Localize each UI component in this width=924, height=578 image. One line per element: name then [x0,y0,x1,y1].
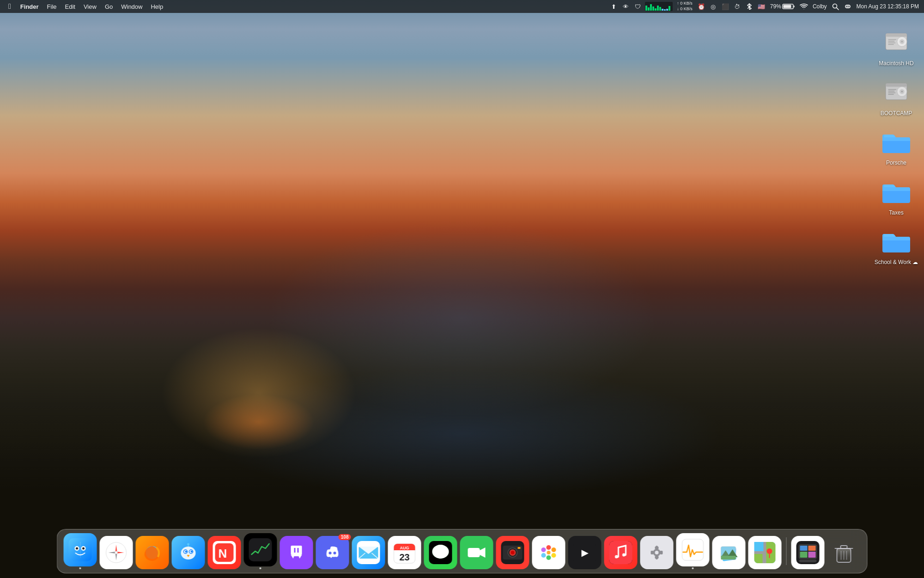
dock-system-prefs[interactable] [640,536,674,569]
dock-apple-tv[interactable]: ▶ [568,536,602,569]
dock: N 108 [57,529,868,573]
dock-facetime[interactable] [460,536,493,569]
dock-preview[interactable] [712,536,746,569]
svg-rect-17 [886,83,907,86]
menu-view[interactable]: View [80,1,100,12]
dock-calendar[interactable]: AUG 23 [388,536,421,569]
dock-photo-booth[interactable] [496,536,529,569]
svg-point-85 [552,553,556,558]
dock-separator [786,537,787,565]
svg-point-88 [541,547,546,552]
school-work-label: School & Work ☁ [875,259,918,266]
svg-point-37 [115,551,118,554]
svg-point-71 [432,545,449,559]
accessibility-icon[interactable]: 👁 [621,2,630,11]
menu-help[interactable]: Help [147,1,167,12]
menubar-left:  Finder File Edit View Go Window Help [4,1,609,12]
time-machine-icon[interactable]: ⏰ [697,2,706,11]
spotlight-icon[interactable] [831,2,840,11]
svg-rect-94 [609,541,632,564]
dock-discord[interactable]: 108 [316,536,349,569]
dock-finder-dot [79,567,81,569]
dock-activity-monitor-dot [692,567,694,569]
dock-stocks-dot [260,567,261,569]
screen-record-icon[interactable]: ⬛ [721,2,730,11]
svg-point-28 [76,547,78,550]
apple-menu[interactable]:  [4,1,16,12]
svg-point-83 [547,545,551,550]
svg-rect-74 [468,548,480,557]
svg-point-57 [329,552,332,554]
dock-music[interactable] [604,536,638,569]
menubar-right: ⬆ 👁 🛡 ↑ 0 KB/s ↓ 0 KB/s ⏰ [609,1,920,12]
datetime-display[interactable]: Mon Aug 23 12:35:18 PM [855,3,920,10]
svg-point-20 [901,91,903,92]
svg-rect-137 [837,548,851,562]
svg-point-42 [185,551,187,553]
dock-safari[interactable] [100,536,133,569]
svg-rect-13 [888,41,894,42]
svg-rect-52 [291,546,302,555]
dock-maps[interactable] [748,536,782,569]
svg-point-98 [655,551,659,554]
svg-point-39 [181,547,196,560]
svg-rect-136 [841,546,847,548]
network-stats[interactable]: ↑ 0 KB/s ↓ 0 KB/s [675,1,694,12]
dock-mail[interactable] [352,536,385,569]
dock-trash[interactable] [827,536,861,569]
dock-activity-monitor[interactable] [676,533,710,569]
bootcamp-label: BOOTCAMP [881,110,912,117]
svg-rect-30 [80,542,81,558]
dock-twitch[interactable] [280,536,313,569]
siri-icon[interactable] [843,2,852,11]
dock-photos[interactable] [532,536,565,569]
svg-point-46 [187,543,189,546]
svg-rect-21 [888,89,896,90]
dock-stocks[interactable] [244,533,277,569]
svg-rect-2 [783,5,791,8]
svg-rect-101 [651,551,654,554]
spotlight-extra-icon[interactable]: ◎ [709,2,718,11]
location-icon[interactable]: ⬆ [609,2,618,11]
svg-rect-127 [800,546,808,551]
svg-text:AUG: AUG [400,546,409,550]
svg-rect-129 [800,552,808,558]
bluetooth-icon[interactable] [745,2,754,11]
svg-rect-102 [660,551,663,554]
desktop-icon-bootcamp[interactable]: BOOTCAMP [871,72,922,120]
dock-finder[interactable] [64,533,97,569]
menu-window[interactable]: Window [117,1,146,12]
vpn-icon[interactable]: 🛡 [633,2,642,11]
svg-rect-12 [888,39,896,40]
dock-firefox[interactable] [136,536,169,569]
dock-news[interactable]: N [208,536,241,569]
menu-edit[interactable]: Edit [61,1,79,12]
svg-rect-54 [298,548,299,553]
svg-point-58 [334,552,336,554]
dock-screenshot[interactable] [791,536,825,569]
username-label[interactable]: Colby [811,3,828,10]
porsche-label: Porsche [886,160,906,167]
desktop-icon-taxes[interactable]: Taxes [871,172,922,220]
svg-point-84 [552,547,556,552]
reminders-icon[interactable]: ⏱ [733,2,742,11]
svg-rect-130 [808,552,816,558]
wifi-icon[interactable] [799,2,808,11]
svg-rect-23 [888,92,895,93]
svg-rect-15 [888,44,894,45]
desktop-icon-macintosh-hd[interactable]: Macintosh HD [871,22,922,70]
desktop-icon-school-work[interactable]: School & Work ☁ [871,221,922,269]
svg-rect-14 [888,43,895,43]
battery-status[interactable]: 79% [769,3,796,10]
keyboard-input-icon[interactable]: 🇺🇸 [757,2,766,11]
svg-rect-128 [808,546,816,551]
desktop-icon-porsche[interactable]: Porsche [871,122,922,170]
dock-tweetbot[interactable] [172,536,205,569]
discord-badge: 108 [339,534,351,540]
desktop-icons: Macintosh HD BOOTCAMP [869,18,924,273]
cpu-graph[interactable] [645,2,673,11]
dock-messages[interactable] [424,536,457,569]
menu-finder[interactable]: Finder [17,1,43,12]
menu-file[interactable]: File [43,1,61,12]
menu-go[interactable]: Go [101,1,116,12]
